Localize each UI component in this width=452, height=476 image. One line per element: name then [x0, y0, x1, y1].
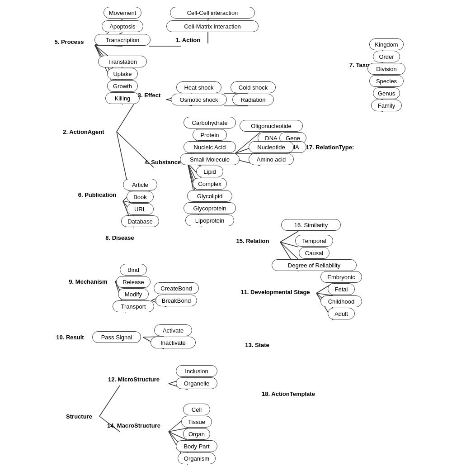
- node-process: 5. Process: [47, 36, 92, 48]
- node-transport: Transport: [113, 300, 154, 312]
- node-label-aminoacid: Amino acid: [257, 156, 286, 163]
- node-label-temporal: Temporal: [302, 238, 326, 244]
- node-label-kingdom: Kingdom: [375, 41, 398, 48]
- node-label-lipoprotein: Lipoprotein: [195, 217, 224, 224]
- node-label-similarity: 16. Similarity: [294, 222, 328, 228]
- node-kingdom: Kingdom: [369, 38, 404, 50]
- node-label-cell: Cell: [192, 406, 202, 413]
- node-label-cell-matrix: Cell-Matrix interaction: [184, 23, 241, 30]
- node-url: URL: [127, 203, 154, 215]
- node-label-fetal: Fetal: [335, 286, 348, 293]
- node-label-release: Release: [122, 279, 144, 286]
- node-label-publication: 6. Publication: [78, 191, 117, 198]
- diagram: 5. ProcessMovementApoptosisTranscription…: [0, 0, 452, 476]
- node-label-state: 13. State: [245, 342, 269, 348]
- node-label-embryonic: Embryonic: [327, 274, 355, 281]
- node-species: Species: [369, 75, 404, 87]
- node-bind: Bind: [120, 264, 147, 276]
- node-lipid: Lipid: [196, 166, 223, 177]
- node-label-dna: DNA: [265, 135, 277, 142]
- node-inclusion: Inclusion: [176, 365, 217, 377]
- node-label-relation: 15. Relation: [236, 238, 269, 244]
- node-childhood: Childhood: [320, 295, 362, 307]
- node-glycolipid: Glycolipid: [187, 190, 232, 202]
- node-label-carbohydrate: Carbohydrate: [192, 119, 228, 126]
- node-lipoprotein: Lipoprotein: [185, 214, 234, 226]
- node-book: Book: [127, 191, 154, 203]
- node-label-inactivate: Inactivate: [160, 339, 186, 346]
- node-modify: Modify: [118, 288, 149, 300]
- node-genus: Genus: [373, 87, 400, 99]
- node-label-adult: Adult: [334, 310, 348, 317]
- node-label-family: Family: [378, 102, 395, 109]
- node-release: Release: [116, 276, 151, 288]
- node-label-nucleotide: Nucleotide: [257, 144, 285, 151]
- node-cell: Cell: [183, 404, 210, 415]
- node-actionagent: 2. ActionAgent: [54, 126, 113, 138]
- node-osmotic: Osmotic shock: [171, 94, 227, 105]
- node-bodypart: Body Part: [176, 440, 217, 452]
- node-actiontemplate: 18. ActionTemplate: [251, 388, 325, 400]
- node-organelle: Organelle: [176, 377, 217, 389]
- node-breakbond: BreakBond: [155, 295, 197, 306]
- node-smallmolecule: Small Molecule: [180, 153, 240, 165]
- node-label-action: 1. Action: [176, 37, 200, 43]
- node-article: Article: [123, 179, 157, 190]
- node-label-organelle: Organelle: [184, 380, 209, 387]
- node-database: Database: [121, 215, 159, 227]
- node-cell-cell: Cell-Cell interaction: [170, 7, 255, 19]
- node-label-url: URL: [134, 206, 146, 213]
- node-fetal: Fetal: [328, 283, 355, 295]
- node-translation: Translation: [98, 56, 147, 67]
- node-family: Family: [371, 100, 402, 111]
- node-causal: Causal: [299, 247, 330, 259]
- node-label-bodypart: Body Part: [184, 443, 209, 450]
- node-label-oligonucleotide: Oligonucleotide: [251, 123, 292, 129]
- svg-line-53: [280, 242, 298, 259]
- node-label-species: Species: [376, 78, 397, 85]
- node-effect: 3. Effect: [128, 89, 170, 101]
- node-apoptosis: Apoptosis: [102, 20, 143, 32]
- node-glycoprotein: Glycoprotein: [184, 202, 236, 214]
- node-embryonic: Embryonic: [320, 271, 362, 283]
- node-state: 13. State: [236, 339, 278, 351]
- node-passsignal: Pass Signal: [92, 331, 141, 343]
- node-label-heatshock: Heat shock: [184, 84, 213, 91]
- node-nucleicacid: Nucleic Acid: [184, 141, 236, 153]
- node-label-breakbond: BreakBond: [162, 297, 191, 304]
- node-label-smallmolecule: Small Molecule: [190, 156, 230, 163]
- node-label-order: Order: [379, 53, 394, 60]
- node-label-disease: 8. Disease: [105, 234, 134, 241]
- node-label-substance: 4. Substance: [145, 159, 181, 166]
- node-label-radiation: Radiation: [241, 96, 266, 103]
- node-label-mechanism: 9. Mechanism: [69, 278, 107, 285]
- node-label-passsignal: Pass Signal: [101, 334, 132, 341]
- node-label-organism: Organism: [184, 455, 209, 462]
- node-label-inclusion: Inclusion: [185, 368, 208, 375]
- node-label-division: Division: [376, 66, 397, 72]
- node-mechanism: 9. Mechanism: [62, 276, 114, 287]
- node-microstructure: 12. MicroStructure: [97, 373, 171, 385]
- node-label-childhood: Childhood: [328, 298, 355, 305]
- node-carbohydrate: Carbohydrate: [184, 117, 236, 129]
- node-label-relationtype: 17. RelationType:: [306, 144, 354, 151]
- node-label-cell-cell: Cell-Cell interaction: [187, 10, 238, 16]
- node-uptake: Uptake: [107, 68, 138, 80]
- node-label-nucleicacid: Nucleic Acid: [194, 144, 226, 151]
- node-label-tissue: Tissue: [188, 419, 205, 425]
- node-label-organ: Organ: [188, 431, 205, 438]
- node-label-actiontemplate: 18. ActionTemplate: [262, 390, 315, 397]
- node-label-protein: Protein: [200, 132, 219, 138]
- node-oligonucleotide: Oligonucleotide: [240, 120, 303, 132]
- node-label-database: Database: [127, 218, 153, 225]
- node-organism: Organism: [178, 452, 216, 464]
- node-complex: Complex: [193, 178, 227, 190]
- node-label-macrostructure: 14. MacroStructure: [107, 422, 160, 429]
- node-label-transport: Transport: [121, 303, 146, 310]
- node-nucleotide: Nucleotide: [249, 141, 294, 153]
- node-label-uptake: Uptake: [113, 71, 132, 77]
- node-label-effect: 3. Effect: [138, 92, 161, 99]
- node-devstage: 11. Developmental Stage: [229, 286, 321, 298]
- node-label-bind: Bind: [127, 267, 139, 273]
- node-tissue: Tissue: [181, 416, 212, 428]
